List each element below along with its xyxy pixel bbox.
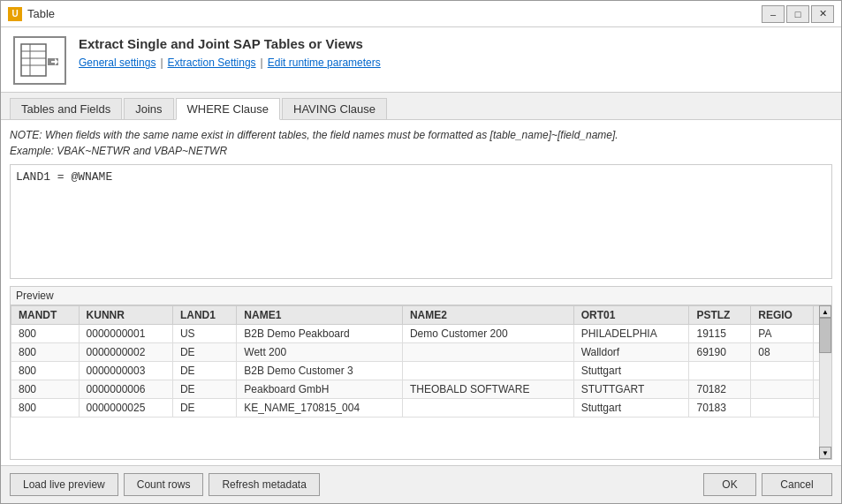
col-kunnr: KUNNR — [79, 306, 172, 325]
table-cell: Wett 200 — [237, 343, 403, 362]
table-cell: PHILADELPHIA — [573, 325, 689, 343]
table-cell: 70182 — [689, 380, 751, 399]
footer: Load live preview Count rows Refresh met… — [1, 465, 841, 503]
table-cell: Demo Customer 200 — [402, 325, 573, 343]
table-cell: 0000000025 — [79, 399, 172, 417]
title-bar: U Table – □ ✕ — [1, 1, 841, 27]
table-cell: 0000000001 — [79, 325, 172, 343]
note-text: NOTE: When fields with the same name exi… — [10, 127, 832, 159]
footer-right-buttons: OK Cancel — [703, 473, 832, 496]
table-cell: 19115 — [689, 325, 751, 343]
general-settings-link[interactable]: General settings — [79, 56, 156, 69]
count-rows-button[interactable]: Count rows — [124, 473, 204, 496]
window-controls: – □ ✕ — [762, 5, 834, 23]
table-cell: Stuttgart — [573, 399, 689, 417]
header-title: Extract Single and Joint SAP Tables or V… — [79, 36, 829, 51]
where-clause-editor[interactable]: LAND1 = @WNAME — [10, 164, 832, 279]
table-cell: 0000000006 — [79, 380, 172, 399]
col-regio: REGIO — [751, 306, 814, 325]
table-cell: KE_NAME_170815_004 — [237, 399, 403, 417]
table-cell — [751, 399, 814, 417]
app-icon: U — [8, 7, 22, 21]
tab-bar: Tables and Fields Joins WHERE Clause HAV… — [1, 93, 841, 120]
table-cell: DE — [172, 399, 236, 417]
table-cell: 800 — [11, 399, 80, 417]
scrollbar-track: ▲ ▼ — [819, 305, 831, 459]
maximize-button[interactable]: □ — [786, 5, 809, 23]
table-cell: 800 — [11, 380, 80, 399]
scrollbar-thumb[interactable] — [819, 318, 831, 353]
table-icon-svg — [19, 42, 60, 79]
preview-table-header: MANDT KUNNR LAND1 NAME1 NAME2 ORT01 PSTL… — [11, 306, 831, 325]
refresh-metadata-button[interactable]: Refresh metadata — [209, 473, 319, 496]
header-row: MANDT KUNNR LAND1 NAME1 NAME2 ORT01 PSTL… — [11, 306, 831, 325]
table-cell — [689, 362, 751, 380]
col-mandt: MANDT — [11, 306, 80, 325]
edit-runtime-params-link[interactable]: Edit runtime parameters — [268, 56, 381, 69]
table-row: 8000000000006DEPeakboard GmbHTHEOBALD SO… — [11, 380, 831, 399]
col-name1: NAME1 — [237, 306, 403, 325]
table-cell — [402, 343, 573, 362]
tab-having-clause[interactable]: HAVING Clause — [282, 98, 387, 119]
table-cell — [751, 362, 814, 380]
col-name2: NAME2 — [402, 306, 573, 325]
ok-button[interactable]: OK — [703, 473, 756, 496]
table-cell: STUTTGART — [573, 380, 689, 399]
col-pstlz: PSTLZ — [689, 306, 751, 325]
col-land1: LAND1 — [172, 306, 236, 325]
table-row: 8000000000025DEKE_NAME_170815_004Stuttga… — [11, 399, 831, 417]
preview-table-wrapper[interactable]: MANDT KUNNR LAND1 NAME1 NAME2 ORT01 PSTL… — [11, 305, 831, 459]
table-cell — [402, 399, 573, 417]
extraction-settings-link[interactable]: Extraction Settings — [168, 56, 256, 69]
header-icon — [13, 36, 66, 85]
table-cell: DE — [172, 380, 236, 399]
table-cell: Walldorf — [573, 343, 689, 362]
load-live-preview-button[interactable]: Load live preview — [10, 473, 118, 496]
main-window: U Table – □ ✕ Extract Single and Joint S… — [0, 0, 842, 504]
close-button[interactable]: ✕ — [811, 5, 834, 23]
table-cell: DE — [172, 343, 236, 362]
table-cell: B2B Demo Customer 3 — [237, 362, 403, 380]
table-cell: B2B Demo Peakboard — [237, 325, 403, 343]
table-cell: Peakboard GmbH — [237, 380, 403, 399]
table-cell: PA — [751, 325, 814, 343]
window-title: Table — [27, 7, 762, 20]
scrollbar-down-arrow[interactable]: ▼ — [819, 447, 831, 459]
table-row: 8000000000002DEWett 200Walldorf6919008 — [11, 343, 831, 362]
table-cell: Stuttgart — [573, 362, 689, 380]
preview-table: MANDT KUNNR LAND1 NAME1 NAME2 ORT01 PSTL… — [11, 305, 831, 417]
svg-rect-0 — [21, 44, 46, 76]
table-cell: DE — [172, 362, 236, 380]
table-cell: US — [172, 325, 236, 343]
content-area: NOTE: When fields with the same name exi… — [1, 120, 841, 465]
tab-where-clause[interactable]: WHERE Clause — [176, 98, 280, 120]
table-cell: 0000000003 — [79, 362, 172, 380]
preview-label: Preview — [11, 287, 831, 305]
table-cell: 69190 — [689, 343, 751, 362]
preview-table-body: 8000000000001USB2B Demo PeakboardDemo Cu… — [11, 325, 831, 417]
col-ort01: ORT01 — [573, 306, 689, 325]
table-cell: 800 — [11, 362, 80, 380]
table-cell: 70183 — [689, 399, 751, 417]
header: Extract Single and Joint SAP Tables or V… — [1, 27, 841, 93]
header-links: General settings | Extraction Settings |… — [79, 56, 829, 69]
table-row: 8000000000001USB2B Demo PeakboardDemo Cu… — [11, 325, 831, 343]
table-cell: 800 — [11, 325, 80, 343]
tab-tables-fields[interactable]: Tables and Fields — [10, 98, 122, 119]
tab-joins[interactable]: Joins — [124, 98, 173, 119]
table-cell: 08 — [751, 343, 814, 362]
minimize-button[interactable]: – — [762, 5, 785, 23]
table-cell: THEOBALD SOFTWARE — [402, 380, 573, 399]
table-row: 8000000000003DEB2B Demo Customer 3Stuttg… — [11, 362, 831, 380]
preview-section: Preview MANDT KUNNR LAND1 NAME1 NAME2 OR… — [10, 286, 832, 460]
cancel-button[interactable]: Cancel — [762, 473, 832, 496]
footer-left-buttons: Load live preview Count rows Refresh met… — [10, 473, 703, 496]
table-cell — [751, 380, 814, 399]
header-info: Extract Single and Joint SAP Tables or V… — [79, 36, 829, 69]
table-cell — [402, 362, 573, 380]
table-cell: 0000000002 — [79, 343, 172, 362]
scrollbar-up-arrow[interactable]: ▲ — [819, 305, 831, 318]
table-cell: 800 — [11, 343, 80, 362]
